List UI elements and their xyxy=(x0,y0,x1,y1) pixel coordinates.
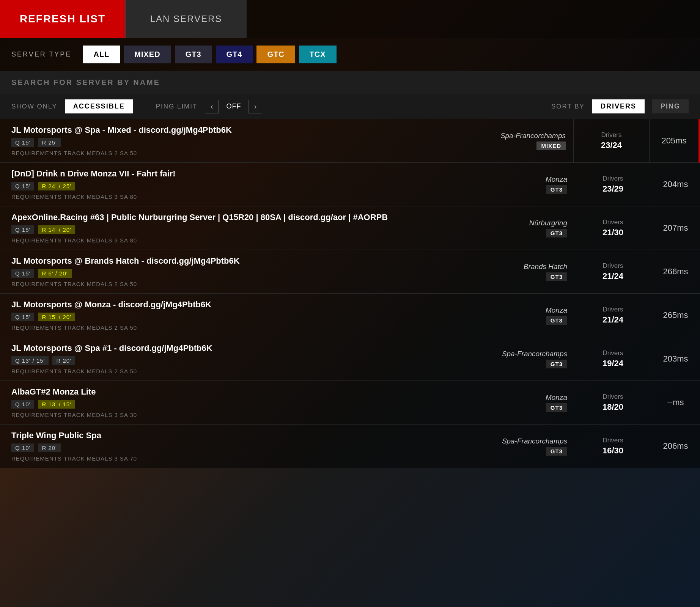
server-row[interactable]: JL Motorsports @ Brands Hatch - discord.… xyxy=(0,250,700,294)
server-drivers: Drivers 18/20 xyxy=(575,381,651,424)
q-tag: Q 13' / 15' xyxy=(11,356,49,365)
server-tags: Q 15' R 15' / 20' xyxy=(11,313,472,321)
server-tags: Q 15' R 14' / 20' xyxy=(11,225,472,234)
type-button-tcx[interactable]: TCX xyxy=(299,46,337,63)
server-drivers: Drivers 23/29 xyxy=(575,163,651,206)
server-ping: --ms xyxy=(651,381,700,424)
server-main: ApexOnline.Racing #63 | Public Nurburgri… xyxy=(0,206,484,250)
server-main: [DnD] Drink n Drive Monza VII - Fahrt fa… xyxy=(0,163,484,206)
server-ping: 204ms xyxy=(651,163,700,206)
search-input[interactable] xyxy=(11,78,689,87)
server-tags: Q 15' R 25' xyxy=(11,138,471,147)
server-requirements: REQUIREMENTS Track Medals 3 SA 70 xyxy=(11,455,472,462)
drivers-count: 21/24 xyxy=(602,271,623,281)
drivers-count: 19/24 xyxy=(602,359,623,368)
server-requirements: REQUIREMENTS Track Medals 2 SA 50 xyxy=(11,368,472,374)
lan-servers-button[interactable]: LAN SERVERS xyxy=(125,0,247,38)
type-button-all[interactable]: ALL xyxy=(83,46,120,63)
ping-increase-button[interactable]: › xyxy=(249,100,262,113)
server-tags: Q 15' R 6' / 20' xyxy=(11,269,472,278)
server-name: JL Motorsports @ Brands Hatch - discord.… xyxy=(11,256,472,266)
server-drivers: Drivers 23/24 xyxy=(573,119,649,162)
track-type: GT3 xyxy=(546,447,567,456)
drivers-label: Drivers xyxy=(603,306,623,313)
server-row[interactable]: JL Motorsports @ Spa - Mixed - discord.g… xyxy=(0,119,700,163)
r-tag: R 14' / 20' xyxy=(38,225,75,234)
top-bar: REFRESH LIST LAN SERVERS xyxy=(0,0,700,38)
r-tag: R 15' / 20' xyxy=(38,313,75,321)
r-tag: R 20' xyxy=(38,443,61,452)
server-row[interactable]: AlbaGT#2 Monza Lite Q 10' R 13' / 15' RE… xyxy=(0,381,700,425)
server-type-label: SERVER TYPE xyxy=(11,50,71,58)
track-name: Spa-Francorchamps xyxy=(502,437,567,445)
track-name: Spa-Francorchamps xyxy=(502,350,567,358)
track-type: GT3 xyxy=(546,229,567,237)
server-ping: 207ms xyxy=(651,206,700,250)
server-row[interactable]: JL Motorsports @ Monza - discord.gg/jMg4… xyxy=(0,294,700,337)
server-requirements: REQUIREMENTS Track Medals 3 SA 80 xyxy=(11,193,472,200)
server-drivers: Drivers 21/30 xyxy=(575,206,651,250)
q-tag: Q 15' xyxy=(11,313,34,321)
q-tag: Q 10' xyxy=(11,443,34,452)
show-only-label: SHOW ONLY xyxy=(11,103,57,110)
server-track: Spa-Francorchamps GT3 xyxy=(484,337,575,381)
type-button-gt3[interactable]: GT3 xyxy=(175,46,212,63)
track-type: GT3 xyxy=(546,316,567,325)
server-name: [DnD] Drink n Drive Monza VII - Fahrt fa… xyxy=(11,169,472,179)
ping-limit-label: PING LIMIT xyxy=(156,103,198,110)
sort-drivers-button[interactable]: DRIVERS xyxy=(592,99,645,113)
server-tags: Q 15' R 24' / 25' xyxy=(11,182,472,190)
server-tags: Q 10' R 13' / 15' xyxy=(11,400,472,409)
type-button-mixed[interactable]: MIXED xyxy=(124,46,171,63)
ping-value: OFF xyxy=(226,102,241,110)
server-main: Triple Wing Public Spa Q 10' R 20' REQUI… xyxy=(0,425,484,468)
drivers-label: Drivers xyxy=(603,437,623,444)
server-row[interactable]: ApexOnline.Racing #63 | Public Nurburgri… xyxy=(0,206,700,250)
server-drivers: Drivers 16/30 xyxy=(575,425,651,468)
server-name: JL Motorsports @ Spa #1 - discord.gg/jMg… xyxy=(11,343,472,353)
server-requirements: REQUIREMENTS Track Medals 2 SA 50 xyxy=(11,324,472,331)
server-requirements: REQUIREMENTS Track Medals 3 SA 30 xyxy=(11,412,472,418)
type-button-gtc[interactable]: GTC xyxy=(256,46,295,63)
server-track: Monza GT3 xyxy=(484,381,575,424)
server-row[interactable]: [DnD] Drink n Drive Monza VII - Fahrt fa… xyxy=(0,163,700,206)
server-requirements: REQUIREMENTS Track Medals 2 SA 50 xyxy=(11,150,471,156)
server-track: Brands Hatch GT3 xyxy=(484,250,575,293)
server-name: JL Motorsports @ Spa - Mixed - discord.g… xyxy=(11,125,471,135)
server-ping: 203ms xyxy=(651,337,700,381)
type-button-gt4[interactable]: GT4 xyxy=(216,46,253,63)
server-name: JL Motorsports @ Monza - discord.gg/jMg4… xyxy=(11,300,472,310)
server-requirements: REQUIREMENTS Track Medals 3 SA 80 xyxy=(11,237,472,244)
drivers-label: Drivers xyxy=(603,219,623,226)
drivers-count: 18/20 xyxy=(602,402,623,412)
track-name: Monza xyxy=(546,306,567,315)
server-tags: Q 10' R 20' xyxy=(11,443,472,452)
search-bar xyxy=(0,71,700,94)
server-drivers: Drivers 19/24 xyxy=(575,337,651,381)
server-track: Spa-Francorchamps MIXED xyxy=(482,119,573,162)
server-ping: 265ms xyxy=(651,294,700,337)
q-tag: Q 15' xyxy=(11,182,34,190)
server-main: JL Motorsports @ Spa - Mixed - discord.g… xyxy=(0,119,482,162)
server-name: ApexOnline.Racing #63 | Public Nurburgri… xyxy=(11,212,472,222)
sort-ping-button[interactable]: PING xyxy=(652,99,689,113)
server-row[interactable]: Triple Wing Public Spa Q 10' R 20' REQUI… xyxy=(0,425,700,468)
server-ping: 266ms xyxy=(651,250,700,293)
drivers-label: Drivers xyxy=(601,131,622,139)
server-row[interactable]: JL Motorsports @ Spa #1 - discord.gg/jMg… xyxy=(0,337,700,381)
accessible-button[interactable]: ACCESSIBLE xyxy=(65,99,133,113)
track-name: Monza xyxy=(546,393,567,402)
q-tag: Q 15' xyxy=(11,269,34,278)
server-main: JL Motorsports @ Spa #1 - discord.gg/jMg… xyxy=(0,337,484,381)
drivers-count: 23/24 xyxy=(601,140,622,150)
ping-decrease-button[interactable]: ‹ xyxy=(205,100,219,113)
track-name: Brands Hatch xyxy=(524,263,567,271)
track-name: Spa-Francorchamps xyxy=(500,132,566,140)
server-tags: Q 13' / 15' R 20' xyxy=(11,356,472,365)
server-track: Nürburgring GT3 xyxy=(484,206,575,250)
refresh-button[interactable]: REFRESH LIST xyxy=(0,0,125,38)
r-tag: R 6' / 20' xyxy=(38,269,71,278)
server-drivers: Drivers 21/24 xyxy=(575,250,651,293)
drivers-count: 23/29 xyxy=(602,184,623,194)
server-ping: 205ms xyxy=(649,119,698,162)
